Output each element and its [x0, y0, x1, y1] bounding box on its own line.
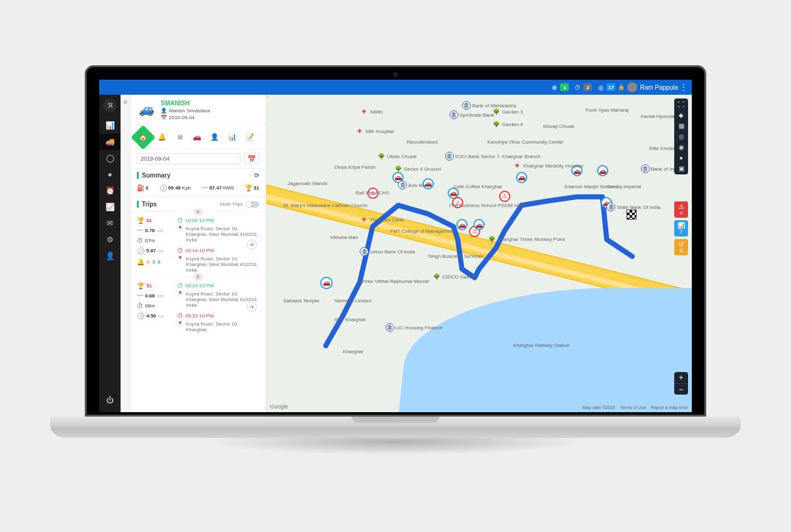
trips-title: Trips [137, 201, 157, 208]
trip-card[interactable]: 6 🏆31 〰0.78KMS ⏱07m 🕓5.87Kph 🔔030 ⏱10:06… [131, 211, 266, 277]
map-legal-link[interactable]: Map data ©2019 [583, 405, 615, 410]
map-poi: Punit Vyas Maharaj [586, 107, 629, 113]
zoom-out-button[interactable]: − [674, 383, 688, 395]
map-poi: Kamal Hyundai [641, 114, 675, 119]
vehicle-date: 📅2019-09-04 [161, 115, 210, 120]
trip-start-time: ⏱09:24:13 PM [177, 282, 259, 289]
trip-end-time: ⏱10:14:10 PM [177, 247, 259, 254]
map-poi: 🏦 LIC Housing Finance [385, 323, 443, 332]
trip-number: 6 [193, 208, 203, 215]
map-stat-chips: ⚠4📊7↺0 [674, 201, 688, 255]
rail-item-fleet[interactable]: 🚚 [99, 134, 121, 150]
rail-item-user[interactable]: 👤 [99, 248, 121, 264]
map-poi: 🌳 CIDCO Garden [432, 272, 476, 281]
map-legal: Map data ©2019Terms of UseReport a map e… [583, 405, 688, 410]
rail-item-dashboard[interactable]: 📊 [99, 117, 121, 134]
map-tool-button[interactable]: ● [679, 154, 683, 161]
map-tool-button[interactable]: ◎ [679, 133, 684, 140]
subtab-stats[interactable]: 📊 [225, 129, 240, 145]
rail-item-reports[interactable]: 📈 [99, 199, 121, 215]
top-stat[interactable]: ⊕1 [551, 83, 569, 91]
map-chip[interactable]: ⚠4 [674, 201, 688, 218]
route-node-icon: 🚗 [516, 172, 527, 183]
map-poi: ✚ NIMH [360, 107, 383, 116]
stat-badge: 2 [583, 83, 592, 91]
stat-icon: ◎ [597, 83, 605, 91]
app-logo-icon[interactable]: ℜ [103, 98, 117, 112]
subtab-vehicle[interactable]: 🚗 [190, 129, 205, 145]
rail-item-alerts[interactable]: ⏰ [99, 183, 121, 199]
map-poi: 🏦 Syndicate Bank [449, 110, 495, 119]
lock-icon[interactable]: 🔒 [618, 84, 625, 90]
map-poi: 🏦 State Bank Of India [606, 203, 660, 211]
map-poi: 🏦 ICICI Bank Sector 7, Kharghar Branch [445, 152, 541, 161]
calendar-icon[interactable]: 📅 [244, 153, 259, 164]
map-tool-button[interactable]: ▣ [679, 165, 684, 172]
map-poi: Shree Vitthal Rakhumai Mandir [360, 279, 429, 284]
summary-item: 🕓99.48Kph [159, 184, 191, 191]
map-poi: 🌳 Utsav Chowk [377, 152, 416, 161]
trip-end-address: 📍Kopra Road, Sector 10, Kharghar, Navi M… [177, 256, 259, 273]
subtab-home[interactable]: 🏠 [131, 125, 156, 150]
top-stat[interactable]: ◎17 [597, 83, 615, 91]
map-credit: Google [270, 403, 288, 410]
subtab-driver[interactable]: 👤 [207, 129, 222, 145]
map-poi: 🌳 Garden 4 [492, 120, 523, 129]
map-poi: Rail Vihar CHS [355, 190, 389, 196]
zoom-control: + − [674, 372, 688, 395]
trip-end-address: 📍Kopra Road, Sector 10, Kharghar, [177, 321, 259, 332]
map-legal-link[interactable]: Report a map error [651, 405, 688, 410]
trip-expand-icon[interactable]: ➜ [247, 302, 257, 312]
top-stat[interactable]: ⏱2 [574, 83, 592, 91]
map-poi: ✚ Mitr Hospital [355, 127, 394, 136]
details-panel: 🚙 SMANISH 👤Manish Srivastava 📅2019-09-04… [131, 95, 266, 412]
route-start-icon: 🚗 [320, 277, 333, 289]
trip-card[interactable]: 5 🏆31 〰0.68KMS ⏱08m 🕓4.56Kph ⏱09:24:13 P… [131, 277, 266, 336]
map-poi: YMT College of Management [390, 228, 455, 234]
stat-badge: 17 [606, 83, 615, 91]
map-tool-button[interactable]: ◆ [679, 112, 684, 119]
subtab-device[interactable]: 🖥 [172, 129, 187, 145]
map-tool-button[interactable]: ▦ [679, 122, 684, 129]
map-poi: 🌳 Kharghar Three Monkey Point [488, 235, 565, 243]
menu-kebab-icon[interactable]: ⋮ [679, 83, 688, 92]
power-icon[interactable]: ⏻ [99, 392, 121, 408]
webcam-icon [393, 72, 398, 77]
trip-start-address: 📍Kopra Road, Sector 10, Kharghar, Navi M… [177, 226, 259, 243]
rail-item-dot[interactable]: ● [99, 166, 121, 183]
top-bar: ⊕1⏱2◎17 🔒 Ram Pappula ⋮ [99, 80, 692, 95]
stat-badge: 1 [560, 83, 569, 91]
avatar[interactable] [627, 82, 637, 92]
rail-item-settings[interactable]: ⚙ [99, 231, 121, 248]
map-chip[interactable]: 📊7 [674, 220, 688, 237]
map-poi: ✚ The Joint Clinic [360, 215, 404, 224]
route-alert-icon: ⚠ [499, 191, 510, 202]
laptop-frame: ⊕1⏱2◎17 🔒 Ram Pappula ⋮ ℜ 📊🚚◯●⏰📈✉⚙👤 ⏻ ≡ [50, 65, 741, 467]
map-tool-button[interactable]: ◉ [679, 144, 684, 151]
trip-alerts: 🔔030 [137, 258, 172, 265]
multi-trips-toggle[interactable] [245, 201, 259, 208]
map-canvas[interactable]: 🚗⚠🚗🚗🚗⚠🚗⚠🚗⚠🚗🚗🚗🚗 ✚ NIMH✚ Mitr Hospital🏦 Sy… [266, 95, 692, 412]
user-name[interactable]: Ram Pappula [640, 84, 678, 91]
trip-expand-icon[interactable]: ➜ [247, 240, 257, 250]
map-poi: Divya Kripa Parish [334, 164, 375, 170]
refresh-icon[interactable]: ⟳ [254, 172, 259, 179]
subtab-alerts[interactable]: 🔔 [154, 129, 170, 145]
map-legal-link[interactable]: Terms of Use [620, 405, 646, 410]
map-poi: Kendriya Vihar Community Center [488, 139, 564, 145]
map-tool-button[interactable]: ⛶ [678, 101, 684, 108]
zoom-in-button[interactable]: + [674, 372, 688, 383]
car-icon: 🚙 [137, 100, 156, 119]
map-poi: Kharghar [343, 349, 363, 354]
vehicle-name: SMANISH [161, 100, 210, 107]
map-tools: ⛶◆▦◎◉●▣ [674, 98, 688, 174]
rail-item-circle[interactable]: ◯ [99, 150, 121, 166]
map-chip[interactable]: ↺0 [674, 239, 688, 255]
map-poi: Saibaba Temple [283, 298, 319, 304]
date-input[interactable] [137, 153, 240, 164]
panel-collapse-handle[interactable]: ≡ [121, 95, 131, 412]
subtab-notes[interactable]: 📝 [242, 129, 257, 145]
sub-tabs: 🏠🔔🖥🚗👤📊📝 [131, 125, 266, 149]
stat-icon: ⏱ [574, 83, 581, 91]
rail-item-mail[interactable]: ✉ [99, 215, 121, 231]
